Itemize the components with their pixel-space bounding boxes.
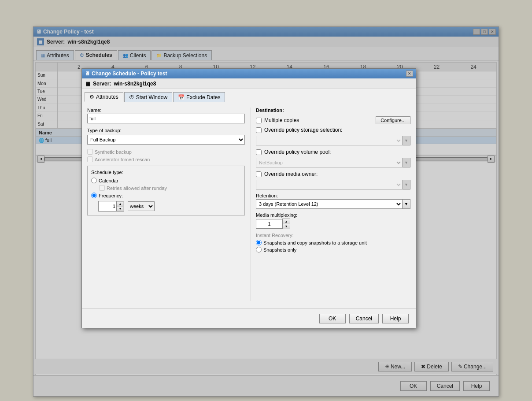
accelerator-rescan-row: Accelerator forced rescan [87, 156, 245, 162]
name-input[interactable] [87, 114, 245, 123]
accelerator-rescan-checkbox[interactable] [87, 156, 93, 162]
media-mux-row: ▲ ▼ [256, 219, 410, 229]
modal-right-panel: Destination: Multiple copies Configure..… [250, 108, 410, 301]
override-owner-section: Override media owner: ▼ [256, 171, 410, 189]
ir-snapshots-only-radio[interactable] [256, 247, 262, 252]
frequency-row: ▲ ▼ weeks days hours minutes [91, 201, 241, 212]
modal-tab-exclude-dates[interactable]: 📅 Exclude Dates [173, 92, 225, 102]
multiple-copies-label: Multiple copies [264, 117, 299, 123]
type-select-row: Full Backup Differential Incremental Cum… [87, 135, 245, 145]
modal-close-button[interactable]: ✕ [406, 71, 413, 77]
modal-tab-bar: ⚙ Attributes ⏱ Start Window 📅 Exclude Da… [82, 89, 416, 102]
freq-spin-down[interactable]: ▼ [117, 206, 124, 211]
type-backup-select[interactable]: Full Backup Differential Incremental Cum… [87, 135, 245, 145]
modal-tab-start-window[interactable]: ⏱ Start Window [124, 92, 172, 102]
type-backup-label: Type of backup: [87, 128, 245, 133]
modal-help-button[interactable]: Help [382, 314, 409, 323]
destination-label: Destination: [256, 108, 410, 113]
override-owner-select[interactable] [256, 180, 403, 189]
retention-select[interactable]: 3 days (Retention Level 12) 1 week 2 wee… [256, 199, 403, 209]
name-field-row: Name: [87, 108, 245, 123]
override-volume-label: Override policy volume pool: [264, 149, 331, 155]
name-label: Name: [87, 108, 245, 113]
override-storage-select[interactable] [256, 136, 403, 145]
modal-title-text: 🖥 Change Schedule - Policy test [85, 71, 167, 77]
modal-sw-tab-icon: ⏱ [129, 94, 134, 100]
modal-body: Name: Type of backup: Full Backup Differ… [82, 102, 416, 306]
freq-unit-select[interactable]: weeks days hours minutes [128, 201, 155, 211]
override-volume-row: Override policy volume pool: [256, 149, 410, 155]
frequency-radio[interactable] [91, 193, 97, 198]
calendar-radio[interactable] [91, 178, 97, 183]
override-volume-select[interactable]: NetBackup [256, 158, 403, 167]
retention-section: Retention: 3 days (Retention Level 12) 1… [256, 193, 410, 209]
override-storage-section: Override policy storage selection: ▼ [256, 127, 410, 145]
modal-server-icon: ▦ [85, 81, 90, 87]
freq-spin-up[interactable]: ▲ [117, 201, 124, 206]
multiple-copies-row: Multiple copies Configure... [256, 116, 410, 124]
media-mux-label: Media multiplexing: [256, 212, 410, 218]
override-volume-checkbox[interactable] [256, 149, 262, 155]
retention-label: Retention: [256, 193, 410, 198]
modal-cancel-button[interactable]: Cancel [349, 314, 379, 323]
frequency-label: Frequency: [99, 193, 123, 198]
schedule-type-box: Schedule type: Calendar Retries allowed … [87, 166, 245, 215]
ir-snapshots-only-label: Snapshots only [263, 247, 296, 252]
mux-spin-down[interactable]: ▼ [283, 224, 290, 229]
frequency-radio-row: Frequency: [91, 193, 241, 198]
accelerator-rescan-label: Accelerator forced rescan [95, 157, 150, 162]
override-owner-arrow: ▼ [403, 180, 410, 189]
override-storage-row: Override policy storage selection: [256, 127, 410, 133]
schedule-type-title: Schedule type: [91, 170, 241, 175]
modal-server-bar: ▦ Server: win-s8n2kgl1qe8 [82, 78, 416, 89]
modal-left-panel: Name: Type of backup: Full Backup Differ… [87, 108, 250, 301]
media-mux-input[interactable] [256, 219, 282, 229]
override-storage-arrow: ▼ [403, 136, 410, 145]
retries-label: Retries allowed after runday [107, 186, 167, 191]
synthetic-backup-label: Synthetic backup [95, 149, 132, 155]
media-mux-section: Media multiplexing: ▲ ▼ [256, 212, 410, 229]
override-owner-row: Override media owner: [256, 171, 410, 177]
calendar-label: Calendar [99, 178, 118, 183]
media-mux-spinners: ▲ ▼ [282, 219, 290, 229]
override-volume-section: Override policy volume pool: NetBackup ▼ [256, 149, 410, 167]
retries-row: Retries allowed after runday [91, 185, 241, 191]
freq-value-input[interactable] [99, 201, 116, 211]
freq-spinners: ▲ ▼ [116, 201, 124, 211]
modal-window-icon: 🖥 [85, 71, 90, 77]
retries-checkbox[interactable] [99, 185, 105, 191]
multiple-copies-checkbox[interactable] [256, 118, 262, 123]
override-owner-select-row: ▼ [256, 180, 410, 189]
calendar-radio-row: Calendar [91, 178, 241, 183]
ir-snapshots-copy-label: Snapshots and copy snapshots to a storag… [263, 240, 367, 245]
modal-attr-tab-icon: ⚙ [89, 94, 94, 100]
synthetic-backup-checkbox[interactable] [87, 149, 93, 155]
override-storage-label: Override policy storage selection: [264, 127, 342, 133]
synthetic-backup-row: Synthetic backup [87, 149, 245, 155]
configure-button[interactable]: Configure... [376, 116, 410, 124]
modal-ed-tab-icon: 📅 [178, 94, 185, 100]
modal-dialog: 🖥 Change Schedule - Policy test ✕ ▦ Serv… [81, 68, 416, 328]
ir-snapshots-only-row: Snapshots only [256, 247, 410, 252]
freq-input-wrapper: ▲ ▼ [98, 201, 124, 212]
override-storage-checkbox[interactable] [256, 127, 262, 133]
modal-ok-button[interactable]: OK [319, 314, 346, 323]
instant-recovery-label: Instant Recovery: [256, 233, 410, 238]
retention-row: 3 days (Retention Level 12) 1 week 2 wee… [256, 199, 410, 209]
override-volume-arrow: ▼ [403, 158, 410, 167]
override-storage-select-row: ▼ [256, 136, 410, 145]
modal-title-bar: 🖥 Change Schedule - Policy test ✕ [82, 69, 416, 78]
modal-footer: OK Cancel Help [82, 308, 416, 328]
modal-tab-attributes[interactable]: ⚙ Attributes [85, 92, 123, 102]
override-owner-checkbox[interactable] [256, 171, 262, 177]
instant-recovery-section: Instant Recovery: Snapshots and copy sna… [256, 233, 410, 252]
ir-snapshots-copy-row: Snapshots and copy snapshots to a storag… [256, 240, 410, 245]
ir-snapshots-copy-radio[interactable] [256, 240, 262, 245]
override-owner-label: Override media owner: [264, 171, 318, 177]
override-volume-select-row: NetBackup ▼ [256, 158, 410, 167]
mux-spin-up[interactable]: ▲ [283, 219, 290, 224]
type-of-backup-row: Type of backup: Full Backup Differential… [87, 128, 245, 145]
retention-arrow[interactable]: ▼ [403, 199, 410, 209]
